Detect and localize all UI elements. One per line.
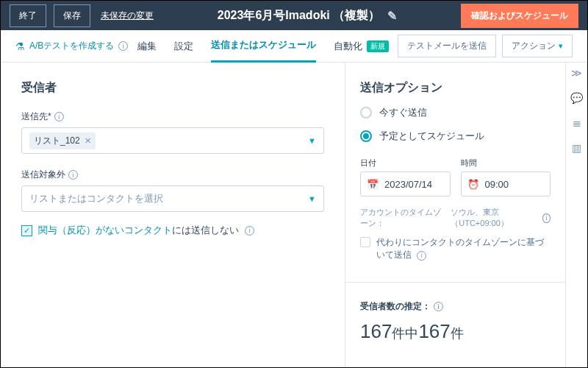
divider	[345, 282, 565, 283]
calendar-rail-icon[interactable]: ▥	[572, 142, 581, 154]
collapse-rail-icon[interactable]: ≫	[571, 67, 582, 79]
estimate-total: 167	[360, 320, 392, 342]
recipients-panel: 受信者 送信先* i リスト_102 ✕ ▼ 送信対象外 i リストまたはコンタ…	[1, 63, 345, 367]
datetime-row: 日付 📅 2023/07/14 時間 ⏰ 09:00	[360, 149, 551, 197]
actions-label: アクション	[512, 40, 556, 52]
flask-icon: ⚗	[15, 40, 25, 52]
estimate-label-text: 受信者数の推定：	[360, 300, 431, 313]
checkbox-checked-icon: ✓	[21, 225, 32, 236]
date-col: 日付 📅 2023/07/14	[360, 149, 451, 197]
time-col: 時間 ⏰ 09:00	[461, 149, 551, 197]
exclude-label-text: 送信対象外	[21, 169, 65, 181]
info-icon[interactable]: i	[542, 213, 551, 223]
send-test-mail-button[interactable]: テストメールを送信	[398, 35, 496, 57]
comment-icon[interactable]: 💬	[570, 92, 583, 104]
chip-label: リスト_102	[34, 135, 80, 147]
info-icon[interactable]: i	[245, 226, 254, 236]
tabbar-actions: テストメールを送信 アクション ▾	[398, 35, 573, 57]
estimate-value: 167件中167件	[360, 320, 551, 343]
estimate-unit1: 件中	[392, 326, 418, 341]
list-icon[interactable]: ≣	[573, 117, 581, 129]
info-icon[interactable]: i	[417, 251, 426, 261]
tabs: 編集 設定 送信またはスケジュール 自動化 新規	[137, 29, 389, 63]
exclude-placeholder: リストまたはコンタクトを選択	[29, 192, 163, 205]
title-text: 2023年6月号Imadoki （複製）	[218, 8, 380, 24]
tab-settings[interactable]: 設定	[174, 29, 193, 63]
unengaged-suffix: には送信しない	[172, 224, 239, 236]
contact-tz-checkbox-row[interactable]: 代わりにコンタクトのタイムゾーンに基づいて送信 i	[360, 236, 551, 261]
unengaged-link: 関与（反応）がないコンタクト	[38, 224, 172, 236]
unengaged-checkbox-row[interactable]: ✓ 関与（反応）がないコンタクトには送信しない i	[21, 224, 324, 237]
time-input[interactable]: ⏰ 09:00	[461, 171, 551, 197]
right-rail: ≫ 💬 ≣ ▥	[565, 63, 587, 367]
info-icon[interactable]: i	[434, 302, 443, 311]
checkbox-empty-icon	[360, 237, 370, 247]
tab-edit[interactable]: 編集	[137, 29, 157, 63]
date-input[interactable]: 📅 2023/07/14	[360, 171, 451, 197]
contact-tz-label: 代わりにコンタクトのタイムゾーンに基づいて送信 i	[376, 236, 551, 261]
date-label: 日付	[360, 158, 451, 169]
send-to-select[interactable]: リスト_102 ✕ ▼	[21, 127, 324, 154]
create-ab-test-link[interactable]: ⚗ A/Bテストを作成する i	[15, 40, 128, 52]
exclude-select[interactable]: リストまたはコンタクトを選択 ▼	[21, 185, 324, 212]
tz-prefix: アカウントのタイムゾーン：	[360, 207, 448, 229]
unsaved-changes-link[interactable]: 未保存の変更	[101, 10, 154, 22]
chevron-down-icon: ▼	[308, 194, 316, 203]
estimate-label: 受信者数の推定： i	[360, 300, 551, 313]
calendar-icon: 📅	[367, 179, 379, 190]
radio-send-now[interactable]: 今すぐ送信	[360, 106, 551, 119]
tab-automation[interactable]: 自動化 新規	[334, 29, 389, 63]
tab-send-or-schedule[interactable]: 送信またはスケジュール	[211, 29, 316, 63]
time-label: 時間	[461, 158, 551, 169]
estimate-unit2: 件	[451, 326, 464, 341]
ab-label: A/Bテストを作成する	[29, 40, 114, 52]
date-value: 2023/07/14	[384, 179, 432, 190]
remove-chip-icon[interactable]: ✕	[85, 136, 91, 146]
radio-icon	[360, 107, 372, 118]
send-to-label: 送信先* i	[21, 110, 324, 123]
tab-automation-label: 自動化	[334, 40, 362, 53]
recipient-chip: リスト_102 ✕	[29, 132, 96, 149]
edit-title-icon[interactable]: ✎	[387, 9, 397, 23]
exit-button[interactable]: 終了	[10, 4, 46, 27]
new-badge: 新規	[367, 40, 389, 52]
tz-value: ソウル、東京（UTC+09:00）	[451, 207, 539, 229]
page-title: 2023年6月号Imadoki （複製） ✎	[218, 8, 397, 24]
info-icon[interactable]: i	[68, 170, 78, 180]
top-bar: 終了 保存 未保存の変更 2023年6月号Imadoki （複製） ✎ 確認およ…	[1, 1, 587, 30]
chevron-down-icon: ▾	[559, 41, 563, 51]
send-options-heading: 送信オプション	[360, 80, 551, 96]
tab-bar: ⚗ A/Bテストを作成する i 編集 設定 送信またはスケジュール 自動化 新規…	[1, 30, 587, 63]
actions-dropdown[interactable]: アクション ▾	[502, 35, 573, 57]
send-now-label: 今すぐ送信	[379, 106, 427, 119]
estimate-selected: 167	[418, 320, 450, 342]
chevron-down-icon: ▼	[308, 136, 316, 145]
clock-icon: ⏰	[467, 179, 479, 190]
unengaged-text: 関与（反応）がないコンタクトには送信しない	[38, 224, 239, 237]
send-to-label-text: 送信先*	[21, 110, 51, 123]
time-value: 09:00	[485, 179, 509, 190]
schedule-label: 予定としてスケジュール	[379, 130, 484, 143]
confirm-schedule-button[interactable]: 確認およびスケジュール	[461, 4, 578, 28]
timezone-text: アカウントのタイムゾーン： ソウル、東京（UTC+09:00） i	[360, 207, 551, 229]
recipients-heading: 受信者	[21, 80, 324, 96]
contact-tz-text: 代わりにコンタクトのタイムゾーンに基づいて送信	[376, 237, 544, 260]
radio-selected-icon	[360, 130, 372, 142]
send-options-panel: 送信オプション 今すぐ送信 予定としてスケジュール 日付 📅 2023/07/1…	[345, 63, 565, 367]
main-area: 受信者 送信先* i リスト_102 ✕ ▼ 送信対象外 i リストまたはコンタ…	[1, 63, 587, 367]
info-icon[interactable]: i	[54, 112, 64, 121]
info-icon[interactable]: i	[118, 41, 128, 51]
exclude-label: 送信対象外 i	[21, 169, 324, 181]
radio-schedule[interactable]: 予定としてスケジュール	[360, 130, 551, 143]
save-button[interactable]: 保存	[54, 4, 90, 27]
